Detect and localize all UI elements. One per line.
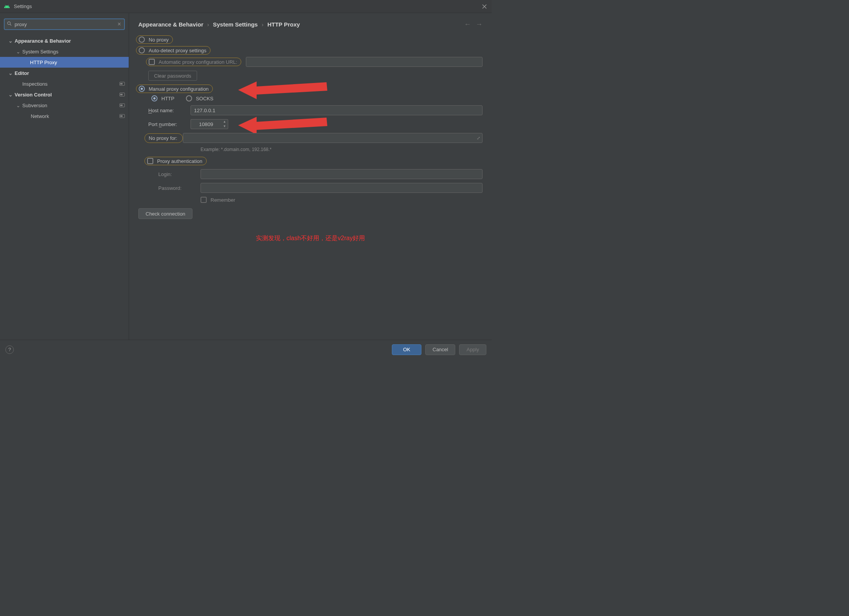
tree-label: Network (31, 113, 49, 119)
checkbox-label: Proxy authentication (157, 158, 202, 164)
auto-url-input (246, 57, 483, 67)
checkbox-label: Automatic proxy configuration URL: (159, 59, 237, 65)
radio-label: No proxy (149, 37, 169, 43)
checkbox-proxy-auth[interactable] (147, 158, 153, 164)
host-input[interactable] (191, 105, 483, 115)
radio-label: Manual proxy configuration (149, 86, 209, 92)
search-input[interactable] (8, 21, 118, 28)
port-label: Port number: (148, 121, 191, 127)
scope-icon (119, 93, 125, 96)
spinner-down-icon[interactable]: ▼ (221, 124, 228, 129)
search-icon (7, 21, 12, 27)
breadcrumb: Appearance & Behavior › System Settings … (138, 21, 300, 28)
tree-subversion[interactable]: ⌄Subversion (0, 100, 129, 111)
apply-button[interactable]: Apply (459, 344, 486, 355)
login-label: Login: (158, 171, 201, 177)
tree-label: Appearance & Behavior (15, 38, 71, 44)
window-title: Settings (14, 3, 32, 9)
dialog-footer: ? OK Cancel Apply (0, 340, 492, 359)
clear-search-icon[interactable]: × (118, 21, 121, 28)
radio-label: HTTP (161, 96, 174, 101)
highlight: Manual proxy configuration (136, 85, 213, 93)
android-icon (4, 3, 10, 10)
sidebar: × ⌄Appearance & Behavior ⌄System Setting… (0, 13, 129, 340)
chevron-down-icon: ⌄ (8, 92, 13, 98)
cancel-button[interactable]: Cancel (425, 344, 455, 355)
svg-point-0 (8, 22, 10, 25)
tree-label: Version Control (15, 92, 52, 98)
scope-icon (119, 82, 125, 86)
tree-version-control[interactable]: ⌄Version Control (0, 89, 129, 100)
checkbox-remember (201, 197, 207, 203)
scope-icon (119, 114, 125, 118)
settings-tree: ⌄Appearance & Behavior ⌄System Settings … (0, 33, 129, 340)
help-icon[interactable]: ? (5, 345, 14, 354)
tree-label: Subversion (22, 103, 47, 108)
highlight: No proxy for: (144, 133, 183, 143)
expand-icon[interactable]: ⤢ (477, 136, 480, 141)
highlight: Auto-detect proxy settings (136, 46, 211, 55)
tree-http-proxy[interactable]: HTTP Proxy (0, 57, 129, 68)
no-proxy-for-input[interactable] (183, 133, 483, 143)
checkbox-label: Remember (211, 197, 235, 203)
spinner-up-icon[interactable]: ▲ (221, 120, 228, 124)
radio-manual-proxy[interactable] (139, 86, 145, 92)
chevron-right-icon: › (207, 21, 209, 28)
highlight: No proxy (136, 35, 173, 44)
search-box[interactable]: × (4, 18, 125, 30)
no-proxy-for-label: No proxy for: (147, 134, 179, 142)
nav-back-icon[interactable]: ← (464, 21, 471, 28)
svg-marker-3 (238, 117, 327, 134)
password-input (201, 183, 483, 193)
breadcrumb-item[interactable]: System Settings (213, 21, 258, 28)
tree-label: HTTP Proxy (30, 60, 57, 65)
tree-system-settings[interactable]: ⌄System Settings (0, 46, 129, 57)
check-connection-button[interactable]: Check connection (138, 208, 192, 219)
nav-forward-icon[interactable]: → (476, 21, 483, 28)
chevron-right-icon: › (262, 21, 264, 28)
chevron-down-icon: ⌄ (15, 103, 21, 108)
ok-button[interactable]: OK (392, 344, 421, 355)
radio-http[interactable] (151, 95, 158, 101)
breadcrumb-item[interactable]: Appearance & Behavior (138, 21, 203, 28)
scope-icon (119, 103, 125, 107)
annotation-text: 实测发现，clash不好用，还是v2ray好用 (138, 234, 483, 242)
password-label: Password: (158, 185, 201, 191)
close-icon[interactable] (481, 3, 488, 10)
highlight: Proxy authentication (144, 157, 207, 165)
tree-inspections[interactable]: Inspections (0, 78, 129, 89)
chevron-down-icon: ⌄ (8, 38, 13, 44)
tree-network[interactable]: Network (0, 111, 129, 121)
proxy-settings-panel: No proxy Auto-detect proxy settings Auto… (129, 33, 492, 340)
tree-label: Editor (15, 70, 29, 76)
no-proxy-example: Example: *.domain.com, 192.168.* (201, 147, 483, 152)
chevron-down-icon: ⌄ (15, 49, 21, 55)
chevron-down-icon: ⌄ (8, 70, 13, 76)
tree-appearance-behavior[interactable]: ⌄Appearance & Behavior (0, 35, 129, 46)
checkbox-auto-url[interactable] (149, 59, 155, 65)
port-spinner[interactable]: ▲▼ (191, 119, 228, 129)
breadcrumb-item: HTTP Proxy (267, 21, 300, 28)
title-bar: Settings (0, 0, 492, 13)
host-label: Host name: (148, 108, 191, 113)
svg-line-1 (10, 24, 11, 25)
radio-label: SOCKS (196, 96, 214, 101)
tree-label: System Settings (22, 49, 58, 55)
radio-socks[interactable] (186, 95, 192, 101)
radio-label: Auto-detect proxy settings (149, 48, 206, 53)
radio-no-proxy[interactable] (139, 37, 145, 43)
radio-auto-detect[interactable] (139, 47, 145, 53)
clear-passwords-button[interactable]: Clear passwords (148, 71, 197, 81)
tree-editor[interactable]: ⌄Editor (0, 68, 129, 78)
highlight: Automatic proxy configuration URL: (146, 58, 241, 66)
tree-label: Inspections (22, 81, 48, 87)
login-input (201, 169, 483, 179)
port-input[interactable] (191, 119, 221, 129)
